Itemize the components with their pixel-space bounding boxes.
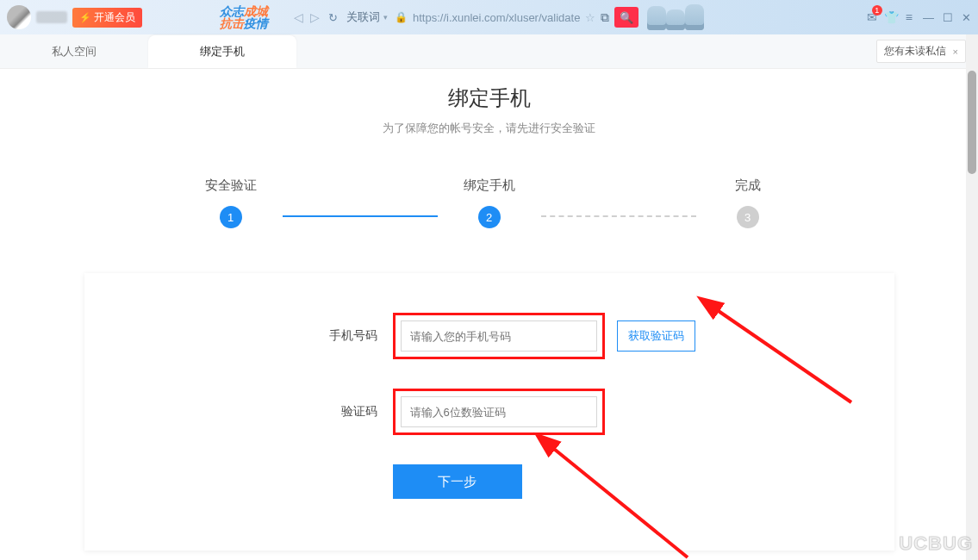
slogan-2b: 疫情	[244, 16, 268, 30]
phone-input[interactable]	[401, 320, 597, 352]
page-subtitle: 为了保障您的帐号安全，请先进行安全验证	[0, 121, 978, 136]
tab-bind-phone[interactable]: 绑定手机	[148, 35, 296, 68]
mail-badge: 1	[872, 5, 882, 16]
settings-icon[interactable]: ≡	[906, 10, 913, 24]
avatar[interactable]	[7, 5, 31, 29]
nav-arrows: ◁ ▷	[294, 10, 320, 24]
nav-forward-icon[interactable]: ▷	[310, 10, 320, 24]
code-input[interactable]	[401, 396, 597, 427]
nav-back-icon[interactable]: ◁	[294, 10, 303, 24]
username-blurred	[36, 11, 67, 23]
page-content: 绑定手机 为了保障您的帐号安全，请先进行安全验证 安全验证 1 绑定手机 2 完…	[0, 69, 978, 551]
step-3-label: 完成	[735, 177, 761, 194]
notification-toast[interactable]: 您有未读私信 ×	[876, 40, 966, 63]
slogan-2a: 抗击	[220, 16, 244, 30]
minimize-icon[interactable]: ―	[923, 11, 934, 24]
form-card: 手机号码 获取验证码 验证码 下一步	[84, 273, 894, 551]
reload-icon[interactable]: ↻	[328, 11, 338, 24]
get-code-button[interactable]: 获取验证码	[617, 320, 695, 352]
shirt-icon[interactable]: 👕	[884, 10, 899, 24]
row-phone: 手机号码 获取验证码	[84, 313, 894, 359]
toast-text: 您有未读私信	[884, 44, 946, 59]
phone-label: 手机号码	[308, 328, 377, 344]
step-1-label: 安全验证	[205, 177, 257, 194]
address-label[interactable]: 关联词	[346, 9, 388, 25]
url-text[interactable]: https://i.xunlei.com/xluser/validate	[413, 11, 580, 24]
step-2-label: 绑定手机	[464, 177, 515, 194]
step-1-dot: 1	[220, 206, 242, 228]
vip-badge[interactable]: 开通会员	[72, 8, 142, 28]
next-button[interactable]: 下一步	[393, 464, 522, 499]
toast-close-icon[interactable]: ×	[953, 47, 958, 57]
page-title: 绑定手机	[0, 84, 978, 112]
step-line-1-2	[283, 215, 438, 217]
tab-private-space[interactable]: 私人空间	[0, 35, 148, 68]
step-2-dot: 2	[478, 206, 501, 228]
watermark: UCBUG	[899, 532, 973, 555]
star-icon[interactable]: ☆	[585, 11, 595, 24]
step-3: 完成 3	[696, 177, 800, 228]
extension-icon[interactable]: ⧉	[601, 10, 609, 25]
slogan: 众志成城 抗击疫情	[220, 5, 268, 29]
step-1: 安全验证 1	[179, 177, 283, 228]
vip-label: 开通会员	[94, 10, 135, 25]
search-button[interactable]: 🔍	[614, 7, 639, 28]
step-2: 绑定手机 2	[438, 177, 541, 228]
browser-toolbar: 开通会员 众志成城 抗击疫情 ◁ ▷ ↻ 关联词 🔒 https://i.xun…	[0, 0, 978, 34]
search-icon: 🔍	[620, 11, 633, 24]
highlight-code	[393, 389, 605, 435]
mail-icon[interactable]: ✉ 1	[867, 10, 877, 24]
close-icon[interactable]: ✕	[962, 11, 971, 24]
highlight-phone	[393, 313, 605, 359]
step-3-dot: 3	[737, 206, 759, 228]
maximize-icon[interactable]: ☐	[943, 11, 953, 24]
tabs-bar: 私人空间 绑定手机 您有未读私信 ×	[0, 34, 978, 69]
step-line-2-3	[541, 215, 696, 217]
window-icon-group: ✉ 1 👕 ≡ ― ☐ ✕	[867, 10, 971, 24]
step-indicator: 安全验证 1 绑定手机 2 完成 3	[0, 177, 978, 228]
code-label: 验证码	[308, 404, 377, 420]
annotation-arrow-2	[498, 420, 722, 560]
row-code: 验证码	[84, 389, 894, 435]
svg-line-1	[550, 445, 688, 557]
lock-icon: 🔒	[395, 11, 408, 23]
mascot-decoration	[647, 4, 707, 30]
